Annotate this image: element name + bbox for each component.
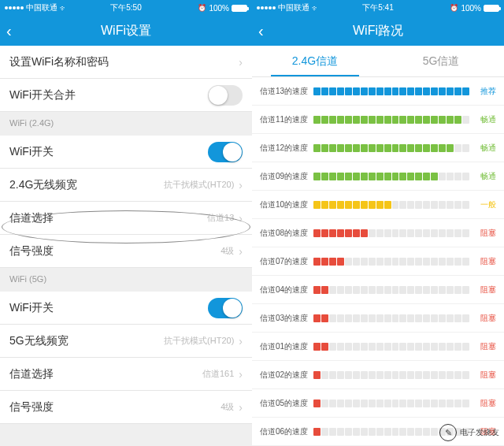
chevron-right-icon: › [239,335,243,348]
channel-bar [313,144,469,152]
alarm-icon: ⏰ [450,4,458,12]
row-wifi-switch-5g[interactable]: WiFi开关 [0,292,252,325]
chevron-right-icon: › [239,401,243,414]
channel-status: 阻塞 [472,228,496,239]
channel-bar [313,229,469,237]
channel-status: 阻塞 [472,313,496,324]
switch-wifi-5g[interactable] [208,298,243,318]
back-icon[interactable]: ‹ [258,22,264,40]
channel-status: 阻塞 [472,398,496,409]
channel-bar [313,286,469,294]
row-signal-5g[interactable]: 信号强度 4级 › [0,391,252,424]
section-header-24g: WiFi (2.4G) [0,112,252,136]
battery-icon [232,5,247,12]
alarm-icon: ⏰ [198,4,206,12]
watermark-text: 电子发烧友 [460,427,499,438]
channel-row[interactable]: 信道04的速度阻塞 [252,276,504,304]
battery-percent: 100% [209,4,229,13]
channel-status: 阻塞 [472,256,496,267]
channel-row[interactable]: 信道01的速度阻塞 [252,333,504,361]
channel-bar [313,371,469,379]
channel-label: 信道06的速度 [260,426,313,437]
phone-left: 中国联通 ᯤ 下午5:50 ⏰ 100% ‹ WiFi设置 设置WiFi名称和密… [0,0,252,446]
row-signal-24g[interactable]: 信号强度 4级 › [0,235,252,268]
channel-status: 畅通 [472,143,496,154]
channel-bar [313,116,469,124]
row-wifi-switch-24g[interactable]: WiFi开关 [0,136,252,169]
watermark-logo-icon: ✎ [439,424,457,441]
carrier-label: 中国联通 [26,2,57,13]
phone-right: 中国联通 ᯤ 下午5:41 ⏰ 100% ‹ WiFi路况 2.4G信道 5G信… [252,0,504,446]
switch-wifi-24g[interactable] [208,142,243,162]
watermark: ✎ 电子发烧友 [439,424,499,441]
channel-row[interactable]: 信道09的速度畅通 [252,162,504,191]
signal-dots-icon [5,6,24,9]
signal-dots-icon [257,6,276,9]
back-icon[interactable]: ‹ [6,22,12,40]
row-channel-5g[interactable]: 信道选择 信道161 › [0,358,252,391]
navbar: ‹ WiFi路况 [252,16,504,46]
time-label: 下午5:50 [110,2,141,13]
channel-bar [313,201,469,209]
channel-label: 信道12的速度 [260,143,313,154]
wifi-icon: ᯤ [312,4,320,13]
switch-merge[interactable] [208,85,243,106]
channel-row[interactable]: 信道13的速度推荐 [252,77,504,106]
chevron-right-icon: › [239,212,243,225]
row-switch-merge[interactable]: WiFi开关合并 [0,79,252,112]
tab-24g[interactable]: 2.4G信道 [252,46,378,76]
channel-label: 信道09的速度 [260,171,313,182]
page-title: WiFi路况 [353,23,403,39]
channel-row[interactable]: 信道10的速度一般 [252,191,504,219]
channel-status: 畅通 [472,171,496,182]
row-bandwidth-5g[interactable]: 5G无线频宽 抗干扰模式(HT20) › [0,325,252,358]
status-bar: 中国联通 ᯤ 下午5:41 ⏰ 100% [252,0,504,16]
row-channel-24g[interactable]: 信道选择 信道13 › [0,202,252,235]
channel-label: 信道11的速度 [260,114,313,125]
channel-label: 信道07的速度 [260,256,313,267]
channel-label: 信道13的速度 [260,86,313,97]
row-name-password[interactable]: 设置WiFi名称和密码 › [0,46,252,79]
tabs: 2.4G信道 5G信道 [252,46,504,77]
channel-list: 信道13的速度推荐信道11的速度畅通信道12的速度畅通信道09的速度畅通信道10… [252,77,504,446]
channel-bar [313,258,469,266]
channel-status: 阻塞 [472,370,496,381]
status-bar: 中国联通 ᯤ 下午5:50 ⏰ 100% [0,0,252,16]
channel-label: 信道03的速度 [260,313,313,324]
chevron-right-icon: › [239,179,243,191]
channel-bar [313,314,469,322]
time-label: 下午5:41 [362,2,393,13]
channel-bar [313,87,469,95]
wifi-icon: ᯤ [60,4,68,13]
battery-icon [484,5,499,12]
channel-bar [313,343,469,351]
navbar: ‹ WiFi设置 [0,16,252,46]
chevron-right-icon: › [239,245,243,258]
channel-status: 推荐 [472,86,496,97]
settings-list: 设置WiFi名称和密码 › WiFi开关合并 WiFi (2.4G) WiFi开… [0,46,252,424]
channel-bar [313,173,469,180]
channel-row[interactable]: 信道07的速度阻塞 [252,247,504,276]
channel-status: 畅通 [472,114,496,125]
channel-row[interactable]: 信道03的速度阻塞 [252,304,504,333]
channel-label: 信道04的速度 [260,284,313,295]
channel-label: 信道02的速度 [260,370,313,381]
channel-row[interactable]: 信道02的速度阻塞 [252,361,504,389]
channel-row[interactable]: 信道11的速度畅通 [252,106,504,134]
channel-status: 阻塞 [472,341,496,352]
chevron-right-icon: › [239,368,243,381]
channel-row[interactable]: 信道05的速度阻塞 [252,389,504,418]
channel-row[interactable]: 信道12的速度畅通 [252,134,504,162]
row-bandwidth-24g[interactable]: 2.4G无线频宽 抗干扰模式(HT20) › [0,169,252,202]
tab-5g[interactable]: 5G信道 [378,46,504,76]
channel-status: 一般 [472,199,496,210]
carrier-label: 中国联通 [278,2,309,13]
channel-bar [313,400,469,407]
channel-label: 信道10的速度 [260,199,313,210]
channel-label: 信道08的速度 [260,228,313,239]
section-header-5g: WiFi (5G) [0,268,252,292]
page-title: WiFi设置 [101,23,151,39]
channel-row[interactable]: 信道08的速度阻塞 [252,219,504,247]
chevron-right-icon: › [239,56,243,69]
battery-percent: 100% [461,4,481,13]
